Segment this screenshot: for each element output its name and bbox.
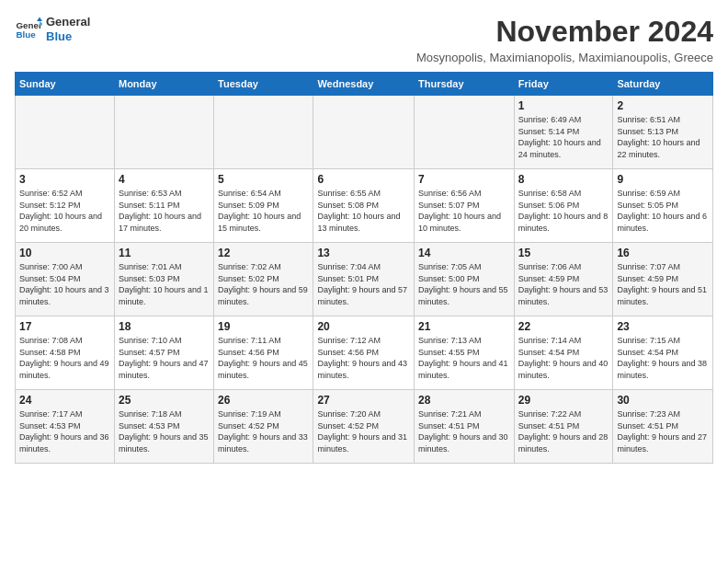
calendar-cell: 13Sunrise: 7:04 AM Sunset: 5:01 PM Dayli… <box>313 243 415 316</box>
day-info: Sunrise: 7:18 AM Sunset: 4:53 PM Dayligh… <box>119 408 210 454</box>
day-number: 18 <box>119 320 210 333</box>
day-number: 19 <box>218 320 309 333</box>
day-number: 12 <box>218 247 309 259</box>
calendar-cell <box>313 96 415 169</box>
day-info: Sunrise: 6:49 AM Sunset: 5:14 PM Dayligh… <box>518 114 609 160</box>
calendar-cell: 18Sunrise: 7:10 AM Sunset: 4:57 PM Dayli… <box>114 316 213 390</box>
day-info: Sunrise: 7:01 AM Sunset: 5:03 PM Dayligh… <box>119 261 210 307</box>
calendar-cell: 7Sunrise: 6:56 AM Sunset: 5:07 PM Daylig… <box>415 169 515 243</box>
day-number: 22 <box>518 320 609 333</box>
logo: General Blue General Blue <box>15 15 90 43</box>
day-number: 24 <box>19 394 110 407</box>
day-info: Sunrise: 6:53 AM Sunset: 5:11 PM Dayligh… <box>119 188 210 234</box>
calendar-cell: 24Sunrise: 7:17 AM Sunset: 4:53 PM Dayli… <box>16 390 115 464</box>
calendar-cell: 21Sunrise: 7:13 AM Sunset: 4:55 PM Dayli… <box>415 316 515 390</box>
day-number: 11 <box>119 247 210 259</box>
day-number: 10 <box>19 247 110 259</box>
day-number: 20 <box>317 320 410 333</box>
svg-text:General: General <box>17 19 43 29</box>
page-header: General Blue General Blue November 2024 … <box>15 15 713 64</box>
day-info: Sunrise: 6:58 AM Sunset: 5:06 PM Dayligh… <box>518 188 609 234</box>
day-number: 4 <box>119 173 210 186</box>
day-number: 26 <box>218 394 309 407</box>
svg-marker-2 <box>37 17 42 21</box>
day-number: 27 <box>317 394 410 407</box>
logo-icon: General Blue <box>15 16 42 43</box>
day-info: Sunrise: 7:06 AM Sunset: 4:59 PM Dayligh… <box>518 261 609 307</box>
calendar-cell: 9Sunrise: 6:59 AM Sunset: 5:05 PM Daylig… <box>613 169 713 243</box>
day-info: Sunrise: 7:20 AM Sunset: 4:52 PM Dayligh… <box>317 408 410 454</box>
header-sunday: Sunday <box>16 73 115 96</box>
month-title: November 2024 <box>416 15 713 49</box>
header-saturday: Saturday <box>613 73 713 96</box>
calendar-cell: 19Sunrise: 7:11 AM Sunset: 4:56 PM Dayli… <box>214 316 313 390</box>
calendar-cell: 2Sunrise: 6:51 AM Sunset: 5:13 PM Daylig… <box>613 96 713 169</box>
day-number: 21 <box>418 320 510 333</box>
day-info: Sunrise: 7:13 AM Sunset: 4:55 PM Dayligh… <box>418 335 510 381</box>
header-thursday: Thursday <box>415 73 515 96</box>
calendar-cell: 16Sunrise: 7:07 AM Sunset: 4:59 PM Dayli… <box>613 243 713 316</box>
day-number: 30 <box>617 394 709 407</box>
day-info: Sunrise: 7:17 AM Sunset: 4:53 PM Dayligh… <box>19 408 110 454</box>
day-number: 9 <box>617 173 709 186</box>
calendar-cell: 15Sunrise: 7:06 AM Sunset: 4:59 PM Dayli… <box>514 243 613 316</box>
header-tuesday: Tuesday <box>214 73 313 96</box>
day-info: Sunrise: 7:08 AM Sunset: 4:58 PM Dayligh… <box>19 335 110 381</box>
day-info: Sunrise: 7:02 AM Sunset: 5:02 PM Dayligh… <box>218 261 309 307</box>
day-number: 15 <box>518 247 609 259</box>
day-number: 1 <box>518 99 609 112</box>
logo-text: General Blue <box>46 15 90 43</box>
calendar-cell: 6Sunrise: 6:55 AM Sunset: 5:08 PM Daylig… <box>313 169 415 243</box>
day-number: 6 <box>317 173 410 186</box>
calendar-cell: 28Sunrise: 7:21 AM Sunset: 4:51 PM Dayli… <box>415 390 515 464</box>
header-wednesday: Wednesday <box>313 73 415 96</box>
calendar-cell: 29Sunrise: 7:22 AM Sunset: 4:51 PM Dayli… <box>514 390 613 464</box>
calendar-week-row: 1Sunrise: 6:49 AM Sunset: 5:14 PM Daylig… <box>16 96 713 169</box>
day-info: Sunrise: 7:11 AM Sunset: 4:56 PM Dayligh… <box>218 335 309 381</box>
calendar-cell <box>415 96 515 169</box>
calendar-table: SundayMondayTuesdayWednesdayThursdayFrid… <box>15 72 713 464</box>
calendar-cell: 1Sunrise: 6:49 AM Sunset: 5:14 PM Daylig… <box>514 96 613 169</box>
day-info: Sunrise: 7:12 AM Sunset: 4:56 PM Dayligh… <box>317 335 410 381</box>
header-monday: Monday <box>114 73 213 96</box>
calendar-week-row: 17Sunrise: 7:08 AM Sunset: 4:58 PM Dayli… <box>16 316 713 390</box>
location-title: Mosynopolis, Maximianopolis, Maximianoup… <box>416 51 713 64</box>
day-info: Sunrise: 7:14 AM Sunset: 4:54 PM Dayligh… <box>518 335 609 381</box>
day-number: 29 <box>518 394 609 407</box>
day-info: Sunrise: 6:56 AM Sunset: 5:07 PM Dayligh… <box>418 188 510 234</box>
day-info: Sunrise: 7:22 AM Sunset: 4:51 PM Dayligh… <box>518 408 609 454</box>
calendar-header-row: SundayMondayTuesdayWednesdayThursdayFrid… <box>16 73 713 96</box>
calendar-cell: 26Sunrise: 7:19 AM Sunset: 4:52 PM Dayli… <box>214 390 313 464</box>
calendar-cell: 25Sunrise: 7:18 AM Sunset: 4:53 PM Dayli… <box>114 390 213 464</box>
title-area: November 2024 Mosynopolis, Maximianopoli… <box>416 15 713 64</box>
day-number: 3 <box>19 173 110 186</box>
calendar-cell: 27Sunrise: 7:20 AM Sunset: 4:52 PM Dayli… <box>313 390 415 464</box>
calendar-cell: 3Sunrise: 6:52 AM Sunset: 5:12 PM Daylig… <box>16 169 115 243</box>
day-number: 13 <box>317 247 410 259</box>
day-info: Sunrise: 7:15 AM Sunset: 4:54 PM Dayligh… <box>617 335 709 381</box>
day-info: Sunrise: 7:23 AM Sunset: 4:51 PM Dayligh… <box>617 408 709 454</box>
calendar-cell <box>214 96 313 169</box>
day-number: 28 <box>418 394 510 407</box>
day-number: 7 <box>418 173 510 186</box>
calendar-cell <box>16 96 115 169</box>
calendar-cell <box>114 96 213 169</box>
calendar-cell: 30Sunrise: 7:23 AM Sunset: 4:51 PM Dayli… <box>613 390 713 464</box>
calendar-week-row: 24Sunrise: 7:17 AM Sunset: 4:53 PM Dayli… <box>16 390 713 464</box>
day-info: Sunrise: 7:00 AM Sunset: 5:04 PM Dayligh… <box>19 261 110 307</box>
calendar-cell: 11Sunrise: 7:01 AM Sunset: 5:03 PM Dayli… <box>114 243 213 316</box>
svg-text:Blue: Blue <box>17 29 37 40</box>
day-number: 23 <box>617 320 709 333</box>
calendar-cell: 10Sunrise: 7:00 AM Sunset: 5:04 PM Dayli… <box>16 243 115 316</box>
day-info: Sunrise: 6:59 AM Sunset: 5:05 PM Dayligh… <box>617 188 709 234</box>
day-info: Sunrise: 7:05 AM Sunset: 5:00 PM Dayligh… <box>418 261 510 307</box>
day-number: 17 <box>19 320 110 333</box>
calendar-cell: 5Sunrise: 6:54 AM Sunset: 5:09 PM Daylig… <box>214 169 313 243</box>
day-info: Sunrise: 7:07 AM Sunset: 4:59 PM Dayligh… <box>617 261 709 307</box>
calendar-cell: 23Sunrise: 7:15 AM Sunset: 4:54 PM Dayli… <box>613 316 713 390</box>
day-number: 2 <box>617 99 709 112</box>
day-number: 25 <box>119 394 210 407</box>
calendar-cell: 20Sunrise: 7:12 AM Sunset: 4:56 PM Dayli… <box>313 316 415 390</box>
calendar-cell: 12Sunrise: 7:02 AM Sunset: 5:02 PM Dayli… <box>214 243 313 316</box>
day-number: 8 <box>518 173 609 186</box>
